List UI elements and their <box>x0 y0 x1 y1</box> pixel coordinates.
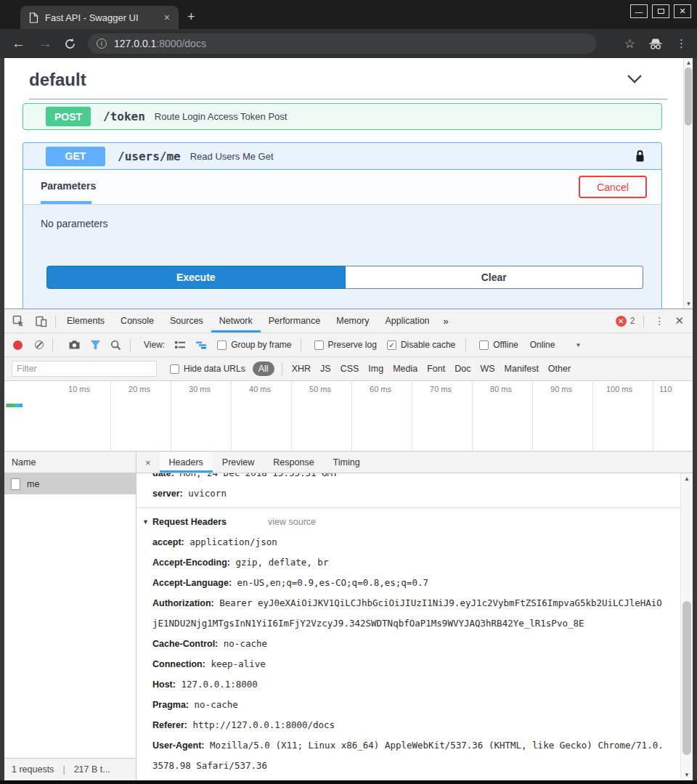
chevron-down-icon[interactable] <box>627 74 643 83</box>
window-frame-bottom <box>0 780 697 784</box>
detail-close-icon[interactable]: × <box>136 452 160 473</box>
menu-kebab-icon[interactable]: ⋮ <box>676 37 687 50</box>
tab-console[interactable]: Console <box>113 309 162 332</box>
devtools: Elements Console Sources Network Perform… <box>4 309 693 780</box>
tab-memory[interactable]: Memory <box>328 309 377 332</box>
view-source-link[interactable]: view source <box>268 512 316 532</box>
tab-headers[interactable]: Headers <box>160 452 213 473</box>
tab-network[interactable]: Network <box>211 309 261 332</box>
devtools-menu-icon[interactable]: ⋮ <box>647 315 672 327</box>
filter-pill-doc[interactable]: Doc <box>455 364 470 374</box>
tab-parameters[interactable]: Parameters <box>41 180 96 192</box>
timeline-tick: 60 ms <box>352 381 412 451</box>
page-icon <box>29 12 38 23</box>
endpoint-post-token[interactable]: POST /token Route Login Access Token Pos… <box>23 103 662 130</box>
parameters-bar: Parameters Cancel <box>23 170 661 205</box>
headers-scrollbar[interactable]: ▲ ▼ <box>680 473 693 780</box>
scroll-thumb[interactable] <box>685 68 692 126</box>
endpoint-header[interactable]: GET /users/me Read Users Me Get <box>23 143 661 170</box>
device-toolbar-icon[interactable] <box>30 309 52 332</box>
reload-icon[interactable] <box>64 38 76 50</box>
tab-elements[interactable]: Elements <box>59 309 113 332</box>
throttling-dropdown-icon[interactable]: ▼ <box>575 342 581 348</box>
filter-pill-js[interactable]: JS <box>320 364 331 374</box>
network-toolbar: View: Group by frame Preserve log ✓ Disa… <box>4 333 693 357</box>
tab-performance[interactable]: Performance <box>261 309 329 332</box>
lock-icon[interactable] <box>635 150 645 163</box>
header-row: date: Mon, 24 Dec 2018 15:55:51 GMT <box>152 473 667 483</box>
group-by-frame-label: Group by frame <box>231 340 291 350</box>
cancel-button[interactable]: Cancel <box>579 176 647 198</box>
close-button[interactable]: ✕ <box>674 4 691 18</box>
scroll-down-icon[interactable]: ▼ <box>681 772 693 778</box>
small-rows-icon[interactable] <box>174 340 186 350</box>
scroll-thumb[interactable] <box>682 601 691 755</box>
scroll-up-icon[interactable]: ▲ <box>681 475 693 482</box>
tab-response[interactable]: Response <box>264 452 323 473</box>
back-icon[interactable]: ← <box>12 36 25 52</box>
minimize-button[interactable]: — <box>630 4 648 18</box>
hide-data-urls-checkbox[interactable] <box>170 364 179 374</box>
devtools-close-icon[interactable]: ✕ <box>672 314 693 327</box>
error-count: 2 <box>630 316 635 326</box>
inspect-element-icon[interactable] <box>7 309 30 332</box>
capture-screenshots-icon[interactable] <box>68 340 81 350</box>
page-info-icon[interactable]: i <box>97 38 107 49</box>
record-icon[interactable] <box>13 340 23 350</box>
titlebar: Fast API - Swagger UI × + — ✕ <box>0 0 697 29</box>
tab-preview[interactable]: Preview <box>213 452 264 473</box>
hide-data-urls-label: Hide data URLs <box>184 364 245 374</box>
throttling-select[interactable]: Online <box>530 340 555 350</box>
page-scrollbar[interactable]: ▲ ▼ <box>683 58 693 309</box>
tab-title: Fast API - Swagger UI <box>45 12 161 23</box>
name-column-header[interactable]: Name <box>4 452 136 473</box>
tab-close-icon[interactable]: × <box>161 12 173 23</box>
network-timeline[interactable]: 10 ms 20 ms 30 ms 40 ms 50 ms 60 ms 70 m… <box>4 381 693 452</box>
preserve-log-label: Preserve log <box>328 340 377 350</box>
tab-sources[interactable]: Sources <box>162 309 211 332</box>
request-headers-section[interactable]: ▼ Request Headers view source <box>142 512 667 532</box>
request-count: 1 requests <box>12 764 54 775</box>
incognito-icon <box>648 38 663 50</box>
clear-button[interactable]: Clear <box>346 266 644 289</box>
header-row: Accept-Language: en-US,en;q=0.9,es-CO;q=… <box>152 573 667 593</box>
filter-pill-other[interactable]: Other <box>548 364 571 374</box>
filter-funnel-icon[interactable] <box>90 340 101 350</box>
filter-pill-font[interactable]: Font <box>427 364 445 374</box>
preserve-log-checkbox[interactable] <box>314 340 324 350</box>
filter-pill-css[interactable]: CSS <box>341 364 359 374</box>
error-badge-icon[interactable]: ✕ <box>616 316 627 327</box>
filter-pill-img[interactable]: Img <box>368 364 383 374</box>
new-tab-button[interactable]: + <box>187 10 195 23</box>
clear-requests-icon[interactable] <box>35 340 44 349</box>
filter-input[interactable] <box>12 361 157 377</box>
url-bar[interactable]: i 127.0.0.1:8000/docs <box>88 33 596 54</box>
search-icon[interactable] <box>110 340 121 351</box>
waterfall-view-icon[interactable] <box>195 340 207 350</box>
more-tabs-icon[interactable]: » <box>438 309 455 332</box>
forward-icon[interactable]: → <box>38 36 52 52</box>
tab-application[interactable]: Application <box>377 309 437 332</box>
filter-pill-ws[interactable]: WS <box>480 364 494 374</box>
disable-cache-checkbox[interactable]: ✓ <box>387 340 396 350</box>
request-row-me[interactable]: me <box>4 473 136 494</box>
bookmark-star-icon[interactable]: ☆ <box>624 36 635 52</box>
tab-timing[interactable]: Timing <box>324 452 370 473</box>
disclosure-triangle-icon[interactable]: ▼ <box>142 512 149 532</box>
maximize-button[interactable] <box>652 4 669 18</box>
filter-pill-media[interactable]: Media <box>393 364 417 374</box>
method-badge-get: GET <box>46 147 105 166</box>
requests-panel: Name me 1 requests | 217 B t... <box>4 452 136 780</box>
scroll-up-icon[interactable]: ▲ <box>684 60 693 66</box>
browser-toolbar: ← → i 127.0.0.1:8000/docs ☆ ⋮ <box>0 29 697 58</box>
offline-checkbox[interactable] <box>479 340 489 350</box>
execute-button[interactable]: Execute <box>46 266 346 289</box>
scroll-down-icon[interactable]: ▼ <box>684 301 693 307</box>
group-by-frame-checkbox[interactable] <box>217 340 227 350</box>
browser-tab[interactable]: Fast API - Swagger UI × <box>20 6 179 29</box>
filter-pill-manifest[interactable]: Manifest <box>505 364 539 374</box>
filter-pill-xhr[interactable]: XHR <box>292 364 311 374</box>
filter-pill-all[interactable]: All <box>253 362 274 376</box>
url-text: 127.0.0.1:8000/docs <box>114 38 206 49</box>
endpoint-get-users-me: GET /users/me Read Users Me Get Paramete… <box>23 142 662 309</box>
